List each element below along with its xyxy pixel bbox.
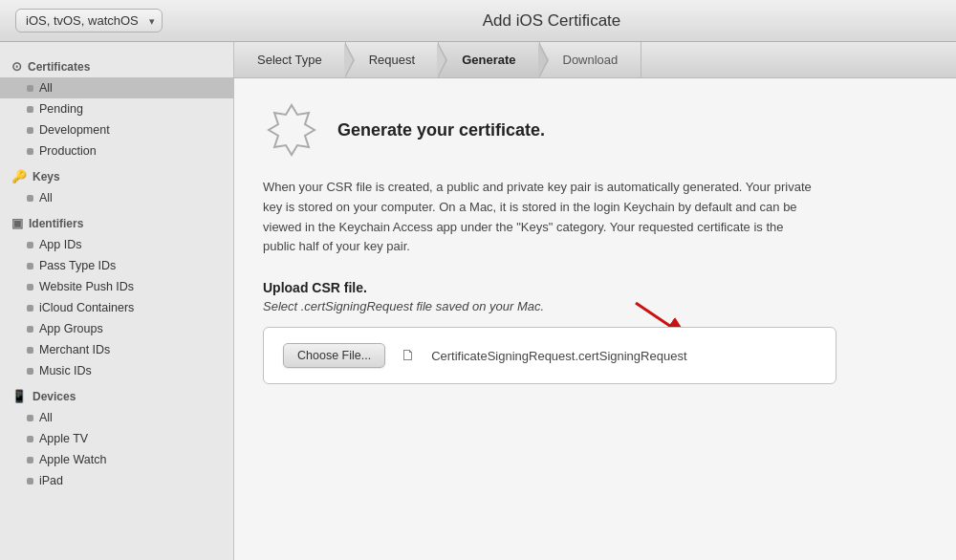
devices-icon: 📱 (11, 389, 27, 403)
step-request[interactable]: Request (346, 42, 439, 77)
file-icon: 🗋 (401, 347, 416, 364)
sidebar-item-icloud-containers[interactable]: iCloud Containers (0, 297, 233, 318)
identifiers-icon: ▣ (11, 216, 23, 230)
sidebar-item-pass-type-ids-label: Pass Type IDs (39, 259, 116, 272)
bullet-music-ids (27, 368, 33, 375)
sidebar-item-keys-all-label: All (39, 191, 53, 205)
top-bar: iOS, tvOS, watchOS Add iOS Certificate (0, 0, 956, 42)
sidebar-item-pass-type-ids[interactable]: Pass Type IDs (0, 255, 233, 276)
sidebar-item-pending[interactable]: Pending (0, 98, 233, 119)
bullet-apple-tv (27, 436, 33, 442)
step-generate[interactable]: Generate (439, 42, 539, 77)
sidebar-item-music-ids[interactable]: Music IDs (0, 360, 233, 381)
sidebar-item-website-push-ids[interactable]: Website Push IDs (0, 276, 233, 297)
upload-box: Choose File... 🗋 CertificateSigningReque… (263, 327, 836, 384)
certificates-section-label: Certificates (28, 60, 90, 74)
step-request-label: Request (369, 53, 415, 67)
sidebar-item-app-ids-label: App IDs (39, 238, 81, 251)
sidebar-item-apple-watch-label: Apple Watch (39, 453, 106, 466)
sidebar-item-merchant-ids[interactable]: Merchant IDs (0, 339, 233, 360)
step-select-type[interactable]: Select Type (234, 42, 346, 77)
sidebar-section-certificates: ⊙ Certificates (0, 52, 233, 77)
upload-section-title: Upload CSR file. (263, 280, 927, 295)
sidebar-item-app-groups-label: App Groups (39, 322, 103, 335)
sidebar-item-production[interactable]: Production (0, 140, 233, 162)
upload-section-subtitle: Select .certSigningRequest file saved on… (263, 299, 927, 313)
sidebar-item-development[interactable]: Development (0, 119, 233, 140)
sidebar-section-keys: 🔑 Keys (0, 162, 233, 187)
sidebar-item-apple-tv[interactable]: Apple TV (0, 428, 233, 449)
sidebar-item-development-label: Development (39, 123, 110, 137)
bullet-keys-all (27, 195, 33, 202)
arrow-wrapper: Choose File... 🗋 CertificateSigningReque… (263, 327, 836, 384)
sidebar-item-keys-all[interactable]: All (0, 187, 233, 208)
bullet-pending (27, 106, 33, 113)
content-area: Generate your certificate. When your CSR… (234, 78, 956, 560)
certificate-badge-icon (263, 101, 320, 159)
sidebar-item-apple-watch[interactable]: Apple Watch (0, 449, 233, 470)
bullet-merchant-ids (27, 347, 33, 354)
bullet-all (27, 85, 33, 92)
bullet-website-push-ids (27, 284, 33, 291)
cert-title: Generate your certificate. (337, 120, 545, 140)
cert-header: Generate your certificate. (263, 101, 927, 159)
bullet-production (27, 148, 33, 155)
sidebar-item-pending-label: Pending (39, 102, 83, 116)
sidebar-item-music-ids-label: Music IDs (39, 364, 92, 377)
keys-icon: 🔑 (11, 169, 27, 183)
bullet-pass-type-ids (27, 263, 33, 269)
sidebar-item-all-label: All (39, 81, 53, 95)
bullet-development (27, 127, 33, 134)
step-generate-label: Generate (462, 53, 515, 67)
bullet-icloud-containers (27, 305, 33, 312)
sidebar-item-app-ids[interactable]: App IDs (0, 234, 233, 255)
description-text: When your CSR file is created, a public … (263, 178, 817, 257)
sidebar-section-identifiers: ▣ Identifiers (0, 208, 233, 234)
platform-select[interactable]: iOS, tvOS, watchOS (15, 9, 163, 32)
layout: ⊙ Certificates All Pending Development P… (0, 42, 956, 560)
sidebar-item-app-groups[interactable]: App Groups (0, 318, 233, 339)
sidebar-item-merchant-ids-label: Merchant IDs (39, 343, 110, 356)
certificates-icon: ⊙ (11, 59, 22, 74)
bullet-app-groups (27, 326, 33, 333)
sidebar-item-apple-tv-label: Apple TV (39, 432, 88, 445)
keys-section-label: Keys (33, 170, 60, 183)
steps-bar: Select Type Request Generate Download (234, 42, 956, 78)
choose-file-button[interactable]: Choose File... (283, 343, 385, 368)
devices-section-label: Devices (33, 390, 76, 403)
sidebar-item-ipad-label: iPad (39, 474, 63, 487)
main-content: Select Type Request Generate Download Ge… (234, 42, 956, 560)
sidebar-item-production-label: Production (39, 144, 97, 158)
bullet-ipad (27, 478, 33, 485)
sidebar-item-devices-all[interactable]: All (0, 407, 233, 428)
svg-marker-0 (269, 105, 315, 155)
sidebar: ⊙ Certificates All Pending Development P… (0, 42, 234, 560)
identifiers-section-label: Identifiers (29, 217, 83, 230)
page-title: Add iOS Certificate (163, 11, 941, 31)
file-name: CertificateSigningRequest.certSigningReq… (431, 349, 686, 363)
sidebar-section-devices: 📱 Devices (0, 381, 233, 407)
sidebar-item-icloud-containers-label: iCloud Containers (39, 301, 134, 314)
sidebar-item-all[interactable]: All (0, 77, 233, 98)
sidebar-item-devices-all-label: All (39, 411, 53, 424)
upload-subtitle-suffix: file saved on your Mac. (413, 299, 544, 313)
sidebar-item-website-push-ids-label: Website Push IDs (39, 280, 134, 293)
step-download[interactable]: Download (540, 42, 642, 77)
sidebar-item-ipad[interactable]: iPad (0, 470, 233, 491)
bullet-apple-watch (27, 457, 33, 463)
bullet-app-ids (27, 242, 33, 248)
platform-select-wrapper[interactable]: iOS, tvOS, watchOS (15, 9, 163, 32)
step-select-type-label: Select Type (257, 53, 322, 67)
upload-subtitle-prefix: Select (263, 299, 301, 313)
step-download-label: Download (563, 53, 619, 67)
upload-subtitle-file: .certSigningRequest (301, 299, 413, 313)
bullet-devices-all (27, 415, 33, 421)
